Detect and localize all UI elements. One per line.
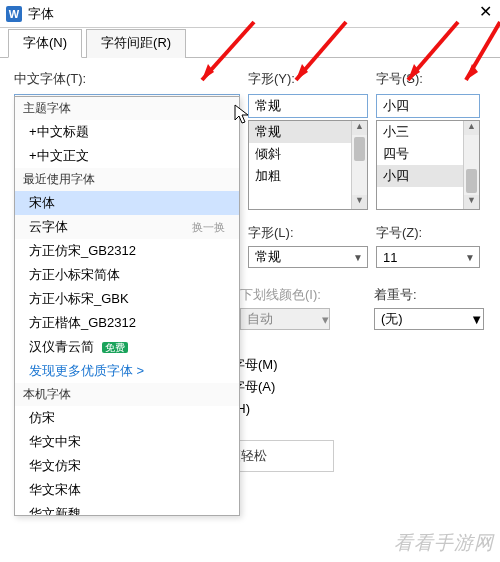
font-dropdown-panel[interactable]: 主题字体+中文标题+中文正文最近使用字体宋体云字体换一换方正仿宋_GB2312方… <box>14 96 240 516</box>
label-western-size: 字号(Z): <box>376 224 480 242</box>
list-item[interactable]: 小四 <box>377 165 463 187</box>
western-style-value: 常规 <box>255 248 349 266</box>
label-size: 字号(S): <box>376 70 480 88</box>
scrollbar[interactable]: ▲ ▼ <box>463 121 479 209</box>
dropdown-item[interactable]: 华文宋体 <box>15 478 239 502</box>
chevron-down-icon: ▾ <box>322 312 329 327</box>
window-title: 字体 <box>28 5 476 23</box>
size-value: 小四 <box>383 97 479 115</box>
western-size-value: 11 <box>383 250 461 265</box>
watermark: 看看手游网 <box>394 530 494 556</box>
tab-font[interactable]: 字体(N) <box>8 29 82 58</box>
scroll-down-icon[interactable]: ▼ <box>464 195 479 209</box>
dropdown-group-header: 本机字体 <box>15 383 239 406</box>
style-value: 常规 <box>255 97 367 115</box>
style-combo[interactable]: 常规 <box>248 94 368 118</box>
dropdown-item[interactable]: 华文中宋 <box>15 430 239 454</box>
dropdown-item[interactable]: +中文标题 <box>15 120 239 144</box>
scroll-up-icon[interactable]: ▲ <box>352 121 367 135</box>
list-item[interactable]: 四号 <box>377 143 463 165</box>
title-bar: W 字体 ✕ <box>0 0 500 28</box>
dropdown-item[interactable]: +中文正文 <box>15 144 239 168</box>
label-western-style: 字形(L): <box>248 224 368 242</box>
list-item[interactable]: 常规 <box>249 121 351 143</box>
dropdown-group-header: 主题字体 <box>15 97 239 120</box>
tab-spacing[interactable]: 字符间距(R) <box>86 29 186 58</box>
chevron-down-icon: ▼ <box>470 312 483 327</box>
scroll-thumb[interactable] <box>354 137 365 161</box>
chevron-down-icon: ▼ <box>349 252 367 263</box>
dropdown-item[interactable]: 方正楷体_GB2312 <box>15 311 239 335</box>
label-underline-color: 下划线颜色(I): <box>240 286 360 304</box>
dropdown-item[interactable]: 方正仿宋_GB2312 <box>15 239 239 263</box>
emphasis-value: (无) <box>381 310 470 328</box>
scroll-thumb[interactable] <box>466 169 477 193</box>
tab-strip: 字体(N) 字符间距(R) <box>0 28 500 58</box>
close-icon[interactable]: ✕ <box>476 5 494 23</box>
dropdown-item[interactable]: 华文新魏 <box>15 502 239 516</box>
underline-color-value: 自动 <box>247 310 322 328</box>
dropdown-item[interactable]: 宋体 <box>15 191 239 215</box>
size-listbox[interactable]: 小三四号小四 ▲ ▼ <box>376 120 480 210</box>
dropdown-item[interactable]: 华文仿宋 <box>15 454 239 478</box>
dropdown-item[interactable]: 方正小标宋简体 <box>15 263 239 287</box>
emphasis-combo[interactable]: (无) ▼ <box>374 308 484 330</box>
scroll-up-icon[interactable]: ▲ <box>464 121 479 135</box>
chevron-down-icon: ▼ <box>461 252 479 263</box>
dropdown-item[interactable]: 仿宋 <box>15 406 239 430</box>
label-style: 字形(Y): <box>248 70 368 88</box>
dropdown-item[interactable]: 发现更多优质字体 > <box>15 359 239 383</box>
dropdown-group-header: 最近使用字体 <box>15 168 239 191</box>
label-chinese-font: 中文字体(T): <box>14 70 240 88</box>
underline-color-combo: 自动 ▾ <box>240 308 330 330</box>
western-size-combo[interactable]: 11 ▼ <box>376 246 480 268</box>
list-item[interactable]: 倾斜 <box>249 143 351 165</box>
label-emphasis: 着重号: <box>374 286 484 304</box>
app-icon: W <box>6 6 22 22</box>
size-combo[interactable]: 小四 <box>376 94 480 118</box>
scroll-down-icon[interactable]: ▼ <box>352 195 367 209</box>
dropdown-item[interactable]: 方正小标宋_GBK <box>15 287 239 311</box>
dropdown-group-header[interactable]: 云字体换一换 <box>15 215 239 239</box>
scrollbar[interactable]: ▲ ▼ <box>351 121 367 209</box>
list-item[interactable]: 加粗 <box>249 165 351 187</box>
style-listbox[interactable]: 常规倾斜加粗 ▲ ▼ <box>248 120 368 210</box>
dropdown-item[interactable]: 汉仪青云简 免费 <box>15 335 239 359</box>
list-item[interactable]: 小三 <box>377 121 463 143</box>
western-style-combo[interactable]: 常规 ▼ <box>248 246 368 268</box>
